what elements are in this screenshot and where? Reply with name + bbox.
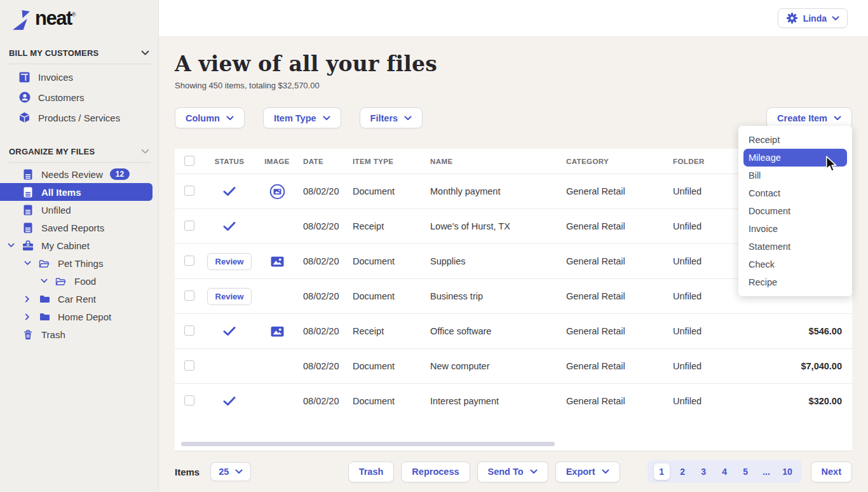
table-row[interactable]: 08/02/20 Receipt Office software General… <box>175 313 852 348</box>
menu-item-receipt[interactable]: Receipt <box>738 131 852 149</box>
horizontal-scrollbar-thumb[interactable] <box>181 442 555 446</box>
cell-date: 08/02/20 <box>299 256 349 266</box>
menu-item-mileage[interactable]: Mileage <box>743 149 847 167</box>
page-button[interactable]: 3 <box>693 467 714 477</box>
column-header-folder[interactable]: FOLDER <box>669 158 747 165</box>
menu-item-label: Document <box>749 206 790 216</box>
customers-icon <box>18 92 31 103</box>
column-button[interactable]: Column <box>175 107 245 128</box>
chevron-down-icon[interactable] <box>7 243 15 248</box>
chevron-down-icon[interactable] <box>24 261 31 266</box>
sidebar-item-my-cabinet[interactable]: My Cabinet <box>0 236 158 254</box>
reprocess-button-label: Reprocess <box>412 467 459 477</box>
products-icon <box>18 112 31 123</box>
row-checkbox[interactable] <box>184 256 194 266</box>
review-badge[interactable]: Review <box>207 253 252 270</box>
sidebar-item-label: All Items <box>41 187 81 198</box>
reviewed-check-icon <box>223 186 236 196</box>
menu-item-check[interactable]: Check <box>738 256 852 273</box>
row-checkbox[interactable] <box>184 395 194 406</box>
item-type-button[interactable]: Item Type <box>263 107 341 128</box>
item-type-button-label: Item Type <box>274 113 316 123</box>
sidebar-item-label: My Cabinet <box>41 240 90 251</box>
sidebar-item-saved-reports[interactable]: Saved Reports <box>0 219 158 236</box>
column-header-image[interactable]: IMAGE <box>264 158 290 165</box>
sidebar-item-customers[interactable]: Customers <box>0 87 158 107</box>
chevron-right-icon[interactable] <box>24 313 31 320</box>
cell-category: General Retail <box>562 221 669 231</box>
sidebar-item-needs-review[interactable]: Needs Review 12 <box>0 165 158 183</box>
page-button[interactable]: 2 <box>672 467 693 477</box>
filters-button[interactable]: Filters <box>360 107 423 128</box>
page-button[interactable]: 4 <box>714 467 735 477</box>
chevron-down-icon[interactable] <box>40 278 48 284</box>
sidebar-item-home-depot[interactable]: Home Depot <box>0 308 158 325</box>
section-organize-my-files[interactable]: ORGANIZE MY FILES <box>0 143 158 160</box>
user-name: Linda <box>803 13 827 24</box>
select-all-checkbox[interactable] <box>184 156 194 166</box>
column-header-status[interactable]: STATUS <box>215 158 245 165</box>
cell-date: 08/02/20 <box>299 326 349 336</box>
sidebar-item-label: Car Rent <box>58 294 96 304</box>
row-checkbox[interactable] <box>184 186 194 196</box>
cell-category: General Retail <box>562 396 669 406</box>
page-button[interactable]: 5 <box>735 467 756 477</box>
sidebar-item-food[interactable]: Food <box>0 272 158 290</box>
sidebar-item-unfiled[interactable]: Unfiled <box>0 201 158 219</box>
row-checkbox[interactable] <box>184 221 194 231</box>
page-size-select[interactable]: 25 <box>210 462 251 481</box>
menu-item-bill[interactable]: Bill <box>738 167 852 184</box>
menu-item-contact[interactable]: Contact <box>738 184 852 202</box>
trash-button[interactable]: Trash <box>348 461 395 482</box>
sidebar-item-all-items[interactable]: All Items <box>0 183 153 201</box>
sidebar-item-pet-things[interactable]: Pet Things <box>0 254 158 272</box>
menu-item-recipe[interactable]: Recipe <box>738 273 852 291</box>
row-checkbox[interactable] <box>184 325 194 336</box>
image-preview-icon[interactable] <box>271 256 284 267</box>
chevron-down-icon <box>323 116 330 121</box>
column-header-category[interactable]: CATEGORY <box>562 158 669 165</box>
menu-item-invoice[interactable]: Invoice <box>738 220 852 238</box>
cell-folder: Unfiled <box>669 256 747 266</box>
document-icon <box>22 222 34 233</box>
needs-review-count-badge: 12 <box>110 168 130 180</box>
sidebar-item-car-rent[interactable]: Car Rent <box>0 290 158 308</box>
send-to-button[interactable]: Send To <box>477 461 548 482</box>
export-button[interactable]: Export <box>555 461 620 482</box>
review-badge[interactable]: Review <box>207 288 252 305</box>
image-preview-icon[interactable] <box>271 326 284 337</box>
brand-logo: neat ® <box>0 0 158 37</box>
pagination: 1 2 3 4 5 ... 10 <box>648 460 802 483</box>
divider <box>9 162 151 163</box>
page-button[interactable]: 10 <box>777 467 798 477</box>
chevron-right-icon[interactable] <box>24 296 31 303</box>
section-bill-my-customers[interactable]: BILL MY CUSTOMERS <box>0 44 158 61</box>
chevron-down-icon <box>141 149 149 154</box>
sidebar-item-label: Customers <box>38 92 85 103</box>
user-menu-button[interactable]: Linda <box>778 8 848 28</box>
sidebar-item-label: Food <box>74 276 96 287</box>
sidebar-item-invoices[interactable]: Invoices <box>0 67 158 87</box>
export-button-label: Export <box>566 467 595 477</box>
row-checkbox[interactable] <box>184 290 194 301</box>
menu-item-document[interactable]: Document <box>738 202 852 220</box>
reprocess-button[interactable]: Reprocess <box>401 461 470 482</box>
column-header-name[interactable]: NAME <box>426 158 562 165</box>
reviewed-check-icon <box>223 326 236 336</box>
page-button-current[interactable]: 1 <box>654 463 670 480</box>
column-header-item-type[interactable]: ITEM TYPE <box>349 158 426 165</box>
column-header-date[interactable]: DATE <box>299 158 349 165</box>
row-checkbox[interactable] <box>184 360 194 371</box>
table-row[interactable]: 08/02/20 Document New computer General R… <box>175 348 852 383</box>
next-page-button[interactable]: Next <box>811 461 852 482</box>
sidebar-item-products-services[interactable]: Products / Services <box>0 107 158 128</box>
cell-date: 08/02/20 <box>299 221 349 231</box>
image-preview-circle-icon[interactable] <box>269 184 285 200</box>
trash-button-label: Trash <box>359 467 384 477</box>
menu-item-statement[interactable]: Statement <box>738 238 852 256</box>
table-row[interactable]: 08/02/20 Document Interest payment Gener… <box>175 383 852 418</box>
sidebar-item-trash[interactable]: Trash <box>0 325 158 343</box>
cabinet-icon <box>22 240 34 251</box>
menu-item-label: Recipe <box>749 277 777 287</box>
document-icon <box>22 169 34 180</box>
